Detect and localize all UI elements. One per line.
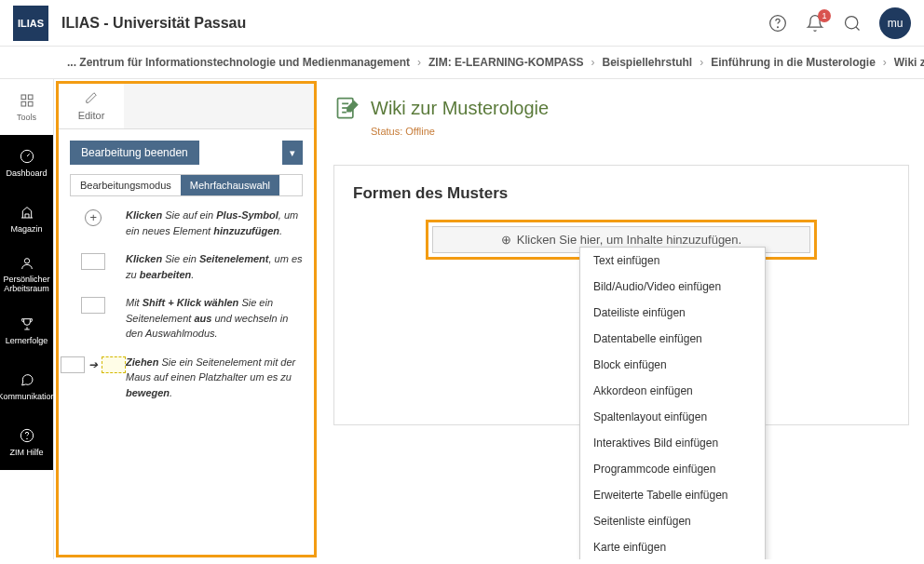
plus-icon: +	[85, 209, 102, 226]
chat-icon	[19, 371, 35, 388]
dropdown-item[interactable]: Bild/Audio/Video einfügen	[580, 274, 765, 300]
dropdown-item[interactable]: Dateiliste einfügen	[580, 300, 765, 326]
dropdown-item[interactable]: Datentabelle einfügen	[580, 326, 765, 352]
svg-point-2	[846, 16, 858, 28]
svg-rect-5	[28, 95, 33, 100]
mode-tab-multiselect[interactable]: Mehrfachauswahl	[181, 175, 279, 195]
help-row: + Klicken Sie auf ein Plus-Symbol, um ei…	[70, 208, 303, 238]
editor-panel: Editor Bearbeitung beenden ▾ Bearbeitung…	[56, 81, 317, 557]
app-title: ILIAS - Universität Passau	[61, 15, 754, 32]
sidenav-label: Persönlicher Arbeitsraum	[0, 275, 53, 294]
help-text: Ziehen Sie ein Seitenelement mit der Mau…	[126, 355, 303, 401]
chevron-right-icon: ›	[883, 56, 887, 69]
sidenav-label: Kommunikation	[0, 392, 56, 401]
grid-icon	[19, 92, 35, 109]
dropdown-item[interactable]: Text einfügen	[580, 248, 765, 274]
dropdown-item[interactable]: Interaktives Bild einfügen	[580, 430, 765, 456]
sidenav-label: ZIM Hilfe	[10, 448, 44, 457]
sidenav-label: Dashboard	[6, 168, 47, 178]
main-content: Wiki zur Musterologie Status: Offline Fo…	[319, 79, 924, 559]
mode-tab-edit[interactable]: Bearbeitungsmodus	[71, 175, 181, 195]
element-box-icon	[81, 297, 105, 314]
svg-rect-4	[21, 95, 26, 100]
breadcrumb-item[interactable]: ... Zentrum für Informationstechnologie …	[67, 56, 410, 69]
mode-tabs: Bearbeitungsmodus Mehrfachauswahl	[70, 174, 303, 196]
gauge-icon	[19, 148, 35, 165]
sidenav-label: Magazin	[10, 224, 42, 234]
breadcrumb-item[interactable]: Einführung in die Musterologie	[711, 56, 876, 69]
help-row: Klicken Sie ein Seitenelement, um es zu …	[70, 251, 303, 282]
help-text: Klicken Sie auf ein Plus-Symbol, um ein …	[126, 208, 303, 238]
wiki-status: Status: Offline	[371, 126, 909, 137]
wiki-icon	[333, 94, 361, 122]
dropdown-item[interactable]: Spaltenlayout einfügen	[580, 404, 765, 430]
svg-point-8	[24, 259, 29, 263]
help-icon[interactable]	[768, 13, 788, 34]
sidenav-item-personal[interactable]: Persönlicher Arbeitsraum	[0, 247, 53, 302]
search-icon[interactable]	[842, 13, 863, 34]
dropdown-item[interactable]: Akkordeon einfügen	[580, 378, 765, 404]
dropdown-item[interactable]: Block einfügen	[580, 352, 765, 378]
header: ILIAS ILIAS - Universität Passau 1 mu	[0, 0, 924, 47]
help-text: Mit Shift + Klick wählen Sie ein Seitene…	[126, 295, 303, 342]
chevron-right-icon: ›	[417, 56, 421, 69]
notification-badge: 1	[818, 9, 831, 22]
pencil-icon	[85, 91, 98, 106]
svg-rect-7	[28, 101, 33, 106]
dropdown-item[interactable]: Seitenliste einfügen	[580, 508, 765, 534]
breadcrumb-item[interactable]: ZIM: E-LEARNING-KOMPASS	[428, 56, 583, 69]
sidenav-item-tools[interactable]: Tools	[0, 79, 53, 135]
sidenav-item-magazin[interactable]: Magazin	[0, 191, 53, 247]
help-text: Klicken Sie ein Seitenelement, um es zu …	[126, 251, 303, 282]
header-icons: 1 mu	[768, 7, 911, 39]
wiki-title: Wiki zur Musterologie	[371, 98, 549, 119]
user-icon	[19, 255, 35, 272]
svg-line-3	[856, 26, 860, 30]
trophy-icon	[19, 316, 35, 332]
help-row: ➔ Ziehen Sie ein Seitenelement mit der M…	[70, 355, 303, 401]
element-box-icon	[81, 253, 105, 270]
plus-circle-icon: ⊕	[501, 233, 511, 247]
dropdown-item[interactable]: Karte einfügen	[580, 534, 765, 559]
breadcrumb-item[interactable]: Beispiellehrstuhl	[602, 56, 692, 69]
svg-point-10	[26, 438, 27, 439]
avatar[interactable]: mu	[879, 7, 911, 39]
editor-tab[interactable]: Editor	[59, 84, 124, 128]
sidenav: Tools Dashboard Magazin Persönlicher Arb…	[0, 79, 54, 559]
content-title: Formen des Musters	[353, 184, 890, 203]
logo[interactable]: ILIAS	[13, 6, 48, 41]
dropdown-toggle-button[interactable]: ▾	[282, 141, 303, 165]
svg-rect-6	[21, 101, 26, 106]
dropdown-item[interactable]: Erweiterte Tabelle einfügen	[580, 482, 765, 508]
chevron-right-icon: ›	[591, 56, 594, 69]
help-circle-icon	[19, 427, 35, 444]
sidenav-item-kommunikation[interactable]: Kommunikation	[0, 358, 53, 414]
finish-editing-button[interactable]: Bearbeitung beenden	[70, 141, 199, 165]
insert-dropdown-menu: Text einfügen Bild/Audio/Video einfügen …	[579, 247, 766, 559]
sidenav-item-dashboard[interactable]: Dashboard	[0, 135, 53, 191]
wiki-header: Wiki zur Musterologie	[333, 94, 909, 122]
chevron-right-icon: ›	[700, 56, 703, 69]
drag-demo-icon: ➔	[61, 356, 126, 373]
editor-tab-empty	[124, 84, 314, 128]
add-content-label: Klicken Sie hier, um Inhalte hinzuzufüge…	[517, 233, 741, 247]
svg-point-1	[778, 26, 779, 27]
editor-tabs: Editor	[59, 84, 314, 129]
breadcrumb-item[interactable]: Wiki zur Musterologie	[894, 56, 924, 69]
sidenav-label: Tools	[17, 113, 36, 122]
sidenav-item-lernerfolge[interactable]: Lernerfolge	[0, 302, 53, 358]
sidenav-label: Lernerfolge	[6, 336, 48, 345]
notification-icon[interactable]: 1	[805, 13, 825, 34]
help-row: Mit Shift + Klick wählen Sie ein Seitene…	[70, 295, 303, 342]
dropdown-item[interactable]: Programmcode einfügen	[580, 456, 765, 482]
editor-tab-label: Editor	[78, 110, 105, 121]
building-icon	[19, 204, 35, 221]
sidenav-item-zimhilfe[interactable]: ZIM Hilfe	[0, 414, 53, 470]
breadcrumb: ... Zentrum für Informationstechnologie …	[0, 47, 924, 79]
